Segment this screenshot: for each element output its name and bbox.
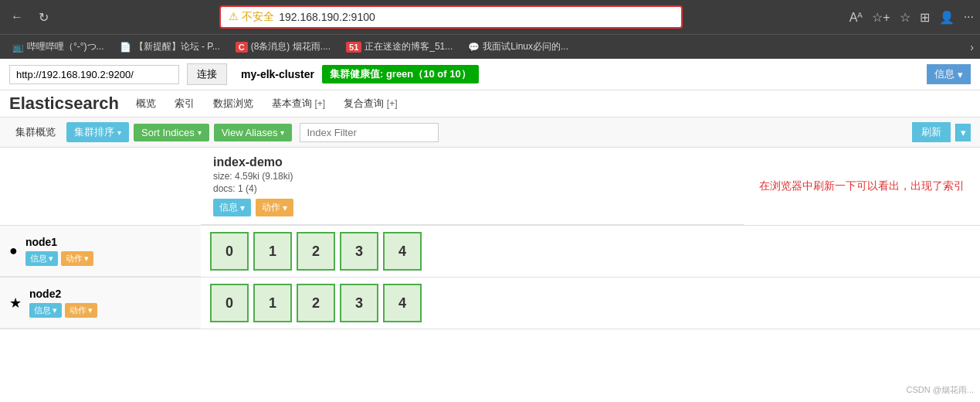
index-action-button[interactable]: 动作 ▾ <box>256 199 293 216</box>
view-aliases-label: View Aliases <box>222 127 278 138</box>
bookmark-label-51: 正在迷途的博客_51... <box>365 40 453 53</box>
bookmarks-more-icon[interactable]: › <box>970 41 974 53</box>
node2-info-label: 信息 <box>34 305 51 316</box>
bookmark-icon-51: 51 <box>346 42 361 53</box>
nav-complex-query-label: 复合查询 <box>344 97 384 109</box>
bookmark-51[interactable]: 51 正在迷途的博客_51... <box>340 39 459 55</box>
index-filter-input[interactable] <box>300 123 439 142</box>
node1-shard-3: 3 <box>340 232 378 271</box>
avatar-icon[interactable]: 👤 <box>939 10 955 25</box>
app-title: Elasticsearch <box>9 94 119 114</box>
nav-basic-query-label: 基本查询 <box>272 97 312 109</box>
node1-shard-2: 2 <box>297 232 335 271</box>
node2-buttons: 信息 ▾ 动作 ▾ <box>29 303 97 318</box>
index-size: size: 4.59ki (9.18ki) <box>213 171 734 182</box>
sort-indices-button[interactable]: Sort Indices ▾ <box>134 124 209 141</box>
view-aliases-button[interactable]: View Aliases ▾ <box>214 124 293 141</box>
app-content: 连接 my-elk-cluster 集群健康值: green（10 of 10）… <box>0 59 980 329</box>
node1-info-caret-icon: ▾ <box>49 254 53 264</box>
cluster-sort-button[interactable]: 集群排序 ▾ <box>66 122 129 142</box>
refresh-button[interactable]: ↻ <box>34 9 53 26</box>
node1-shard-4: 4 <box>383 232 422 271</box>
comment-area: 在浏览器中刷新一下可以看出，出现了索引 <box>744 148 980 225</box>
node1-action-caret-icon: ▾ <box>84 254 89 264</box>
nav-basic-query-plus: [+] <box>315 98 326 109</box>
cluster-view-label: 集群概览 <box>9 122 62 142</box>
node2-name: node2 <box>29 288 97 300</box>
sort-indices-caret-icon: ▾ <box>198 128 202 137</box>
connect-button[interactable]: 连接 <box>187 63 227 85</box>
node1-details: node1 信息 ▾ 动作 ▾ <box>25 236 93 266</box>
comment-text: 在浏览器中刷新一下可以看出，出现了索引 <box>759 179 965 193</box>
address-bar: ⚠ 不安全 192.168.190.2:9100 <box>219 5 683 29</box>
nav-indices[interactable]: 索引 <box>167 94 202 114</box>
node1-info-label: 信息 <box>30 253 47 264</box>
index-actions: 信息 ▾ 动作 ▾ <box>213 199 734 216</box>
bookmark-bilibili[interactable]: 📺 哔哩哔哩（°-°)つ... <box>6 39 110 55</box>
more-icon[interactable]: ··· <box>964 10 974 24</box>
refresh-dropdown-button[interactable]: ▾ <box>955 124 971 141</box>
node1-action-button[interactable]: 动作 ▾ <box>61 251 93 266</box>
node2-info: ★ node2 信息 ▾ 动作 ▾ <box>0 278 201 329</box>
back-button[interactable]: ← <box>6 9 28 26</box>
index-left-spacer <box>0 148 201 225</box>
browser-chrome: ← ↻ ⚠ 不安全 192.168.190.2:9100 Aᴬ ☆+ ☆ ⊞ 👤… <box>0 0 980 34</box>
url-input[interactable] <box>9 65 179 84</box>
toolbar: 集群概览 集群排序 ▾ Sort Indices ▾ View Aliases … <box>0 118 980 148</box>
view-aliases-caret-icon: ▾ <box>280 128 284 137</box>
node2-status-icon: ★ <box>9 295 22 312</box>
node2-details: node2 信息 ▾ 动作 ▾ <box>29 288 97 318</box>
nav-basic-query[interactable]: 基本查询 [+] <box>264 94 333 114</box>
node2-shards-row: 0 1 2 3 4 <box>210 284 971 322</box>
bookmark-forum[interactable]: 📄 【新提醒】论坛 - P... <box>114 39 226 55</box>
star-icon[interactable]: ☆ <box>900 10 910 25</box>
bookmark-icon-csdn: C <box>236 42 248 53</box>
nav-bar: Elasticsearch 概览 索引 数据浏览 基本查询 [+] 复合查询 [… <box>0 90 980 118</box>
grid-icon[interactable]: ⊞ <box>920 10 930 25</box>
index-info-button[interactable]: 信息 ▾ <box>213 199 251 216</box>
bookmarks-bar: 📺 哔哩哔哩（°-°)つ... 📄 【新提醒】论坛 - P... C (8条消息… <box>0 34 980 59</box>
info-caret-icon: ▾ <box>958 69 963 80</box>
bookmark-label-csdn: (8条消息) 烟花雨.... <box>251 40 331 53</box>
index-docs: docs: 1 (4) <box>213 183 734 194</box>
node2-shard-3: 3 <box>340 284 378 322</box>
index-section: index-demo size: 4.59ki (9.18ki) docs: 1… <box>0 148 980 226</box>
info-label: 信息 <box>934 67 955 81</box>
node1-shards-row: 0 1 2 3 4 <box>210 232 971 271</box>
text-size-icon: Aᴬ <box>849 10 863 25</box>
nav-complex-query[interactable]: 复合查询 [+] <box>336 94 405 114</box>
star-plus-icon[interactable]: ☆+ <box>872 10 890 25</box>
node2-action-caret-icon: ▾ <box>88 305 93 315</box>
node2-action-label: 动作 <box>70 305 86 316</box>
node2-shard-0: 0 <box>210 284 249 322</box>
index-action-caret-icon: ▾ <box>283 203 287 213</box>
node2-info-button[interactable]: 信息 ▾ <box>29 303 62 318</box>
bookmark-label-bilibili: 哔哩哔哩（°-°)つ... <box>27 40 104 53</box>
index-action-label: 动作 <box>262 201 280 214</box>
bookmark-wechat[interactable]: 💬 我面试Linux必问的... <box>462 39 575 55</box>
nav-data-browse[interactable]: 数据浏览 <box>205 94 261 114</box>
node1-info-button[interactable]: 信息 ▾ <box>25 251 58 266</box>
node2-info-caret-icon: ▾ <box>53 305 57 315</box>
index-info-caret-icon: ▾ <box>240 203 245 213</box>
bookmark-csdn[interactable]: C (8条消息) 烟花雨.... <box>229 39 337 55</box>
cluster-sort-caret-icon: ▾ <box>117 128 121 137</box>
health-badge: 集群健康值: green（10 of 10） <box>322 65 479 83</box>
index-name: index-demo <box>213 155 734 169</box>
cluster-sort-label: 集群排序 <box>74 125 114 139</box>
refresh-button[interactable]: 刷新 <box>912 122 951 142</box>
sort-indices-label: Sort Indices <box>141 127 195 138</box>
node2-shards: 0 1 2 3 4 <box>201 278 980 329</box>
node1-row: ● node1 信息 ▾ 动作 ▾ 0 1 2 <box>0 226 980 278</box>
index-panel: index-demo size: 4.59ki (9.18ki) docs: 1… <box>201 148 744 225</box>
nav-overview[interactable]: 概览 <box>128 94 164 114</box>
node2-action-button[interactable]: 动作 ▾ <box>65 303 97 318</box>
node2-shard-2: 2 <box>297 284 335 322</box>
node2-shard-4: 4 <box>383 284 422 322</box>
node1-buttons: 信息 ▾ 动作 ▾ <box>25 251 93 266</box>
info-button[interactable]: 信息 ▾ <box>927 64 971 84</box>
node1-name: node1 <box>25 236 93 248</box>
security-warning-icon: ⚠ 不安全 <box>229 10 274 24</box>
node1-shards: 0 1 2 3 4 <box>201 226 980 277</box>
node2-row: ★ node2 信息 ▾ 动作 ▾ 0 1 2 <box>0 278 980 329</box>
